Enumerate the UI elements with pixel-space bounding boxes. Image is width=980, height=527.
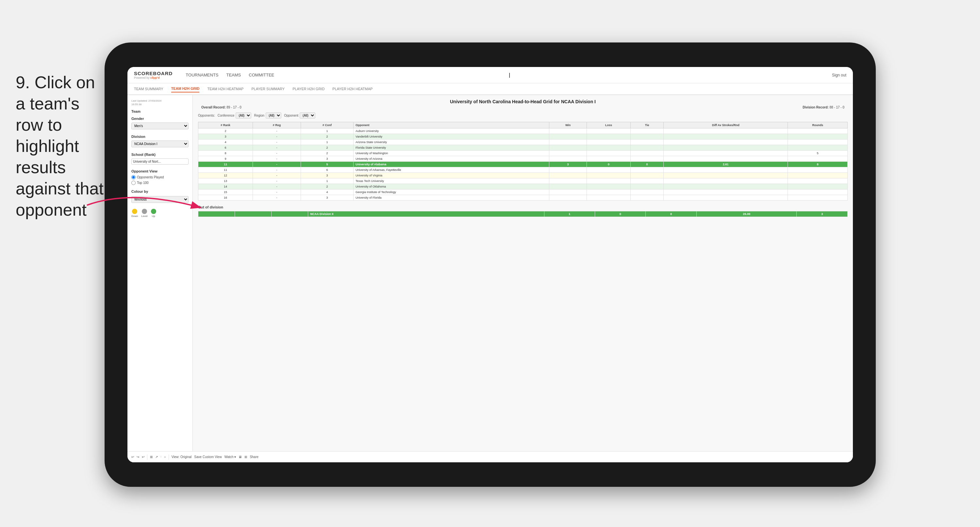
table-row[interactable]: 2-1Auburn University bbox=[198, 128, 848, 134]
logo-area: SCOREBOARD Powered by clipp'd bbox=[134, 70, 173, 80]
col-opponent: Opponent bbox=[353, 122, 549, 128]
out-col-rounds: 3 bbox=[797, 212, 848, 217]
table-row[interactable]: 12-3University of Virginia bbox=[198, 173, 848, 178]
tablet-frame: SCOREBOARD Powered by clipp'd TOURNAMENT… bbox=[105, 43, 876, 487]
gender-label: Gender bbox=[131, 117, 189, 121]
out-col-rank bbox=[198, 212, 235, 217]
table-row[interactable]: 16-3University of Florida bbox=[198, 195, 848, 201]
out-of-division-section: Out of division NCAA Division II 1 0 0 bbox=[198, 205, 848, 217]
filter-row: Opponents: Conference (All) Region (All) bbox=[198, 112, 848, 119]
logo-brand: clipp'd bbox=[150, 76, 160, 80]
legend-dot-level bbox=[142, 209, 147, 214]
legend: Down Level Up bbox=[131, 209, 189, 218]
table-row[interactable]: 15-4Georgia Institute of Technology bbox=[198, 189, 848, 195]
instruction-number: 9. bbox=[16, 73, 30, 92]
colour-by-select[interactable]: Win/loss bbox=[131, 196, 189, 203]
grid-records: Overall Record: 89 - 17 - 0 Division Rec… bbox=[198, 105, 848, 109]
legend-label-up: Up bbox=[152, 215, 155, 218]
main-content: Last Updated: 27/03/202416:55:38 Team Ge… bbox=[127, 95, 853, 462]
out-col-win: 1 bbox=[544, 212, 595, 217]
tab-team-h2h-grid[interactable]: TEAM H2H GRID bbox=[171, 85, 200, 92]
nav-divider: | bbox=[509, 72, 822, 78]
tab-player-h2h-heatmap[interactable]: PLAYER H2H HEATMAP bbox=[332, 86, 372, 92]
table-row[interactable]: 9-3University of Arizona bbox=[198, 156, 848, 162]
tab-player-summary[interactable]: PLAYER SUMMARY bbox=[251, 86, 285, 92]
toolbar-share[interactable]: Share bbox=[250, 455, 258, 459]
table-row[interactable]: 4-1Arizona State University bbox=[198, 140, 848, 145]
team-section-title: Team bbox=[131, 110, 189, 113]
tab-team-summary[interactable]: TEAM SUMMARY bbox=[134, 86, 163, 92]
toolbar-save-custom[interactable]: Save Custom View bbox=[194, 455, 221, 459]
out-col-opponent: NCAA Division II bbox=[308, 212, 544, 217]
table-row[interactable]: 11-5University of Alabama3002.618 bbox=[198, 162, 848, 167]
division-label: Division bbox=[131, 135, 189, 139]
nav-bar: SCOREBOARD Powered by clipp'd TOURNAMENT… bbox=[127, 67, 853, 83]
tab-player-h2h-grid[interactable]: PLAYER H2H GRID bbox=[293, 86, 325, 92]
sub-nav: TEAM SUMMARY TEAM H2H GRID TEAM H2H HEAT… bbox=[127, 83, 853, 95]
table-header-row: # Rank # Reg # Conf Opponent Win Loss Ti… bbox=[198, 122, 848, 128]
nav-tournaments[interactable]: TOURNAMENTS bbox=[186, 71, 218, 79]
opponent-view-title: Opponent View bbox=[131, 169, 189, 173]
radio-top-100[interactable]: Top 100 bbox=[131, 181, 189, 185]
out-division-row[interactable]: NCAA Division II 1 0 0 26.00 3 bbox=[198, 212, 848, 217]
legend-up: Up bbox=[151, 209, 156, 218]
region-select[interactable]: (All) bbox=[266, 112, 282, 119]
table-row[interactable]: 6-2Florida State University bbox=[198, 145, 848, 151]
bottom-toolbar: ↩ ↪ ↩ ⊞ ↗ · ○ View: Original Save Custom… bbox=[193, 451, 853, 462]
grid-title: University of North Carolina Head-to-Hea… bbox=[198, 99, 848, 104]
col-conf: # Conf bbox=[301, 122, 353, 128]
nav-items: TOURNAMENTS TEAMS COMMITTEE bbox=[186, 71, 499, 79]
school-rank-label: School (Rank) bbox=[131, 153, 189, 156]
division-record: Division Record: 88 - 17 - 0 bbox=[803, 105, 845, 109]
nav-teams[interactable]: TEAMS bbox=[226, 71, 241, 79]
opponent-view-radio-group: Opponents Played Top 100 bbox=[131, 175, 189, 185]
toolbar-layout[interactable]: ⊞ bbox=[244, 455, 247, 459]
school-rank-value: University of Nort... bbox=[131, 158, 189, 165]
right-panel: University of North Carolina Head-to-Hea… bbox=[193, 95, 853, 462]
tab-team-h2h-heatmap[interactable]: TEAM H2H HEATMAP bbox=[207, 86, 243, 92]
legend-label-level: Level bbox=[141, 215, 147, 218]
conference-select[interactable]: (All) bbox=[235, 112, 251, 119]
table-row[interactable]: 3-2Vanderbilt University bbox=[198, 134, 848, 140]
instruction-body: Click on a team's row to highlight resul… bbox=[16, 73, 103, 219]
conference-filter: Conference (All) bbox=[218, 112, 251, 119]
radio-opponents-played[interactable]: Opponents Played bbox=[131, 175, 189, 179]
last-updated: Last Updated: 27/03/202416:55:38 bbox=[131, 99, 189, 106]
out-col-tie: 0 bbox=[646, 212, 696, 217]
legend-down: Down bbox=[131, 209, 138, 218]
out-division-label: Out of division bbox=[198, 205, 848, 209]
overall-record: Overall Record: 89 - 17 - 0 bbox=[201, 105, 242, 109]
instruction-text: 9. Click on a team's row to highlight re… bbox=[16, 72, 107, 221]
gender-select[interactable]: Men's bbox=[131, 123, 189, 129]
opponent-select[interactable]: (All) bbox=[300, 112, 315, 119]
out-col-diff: 26.00 bbox=[696, 212, 797, 217]
logo-sub: Powered by clipp'd bbox=[134, 76, 173, 80]
legend-level: Level bbox=[141, 209, 147, 218]
tablet-screen: SCOREBOARD Powered by clipp'd TOURNAMENT… bbox=[127, 67, 853, 462]
sign-out-link[interactable]: Sign out bbox=[832, 73, 846, 77]
opponent-filter: Opponent (All) bbox=[284, 112, 315, 119]
toolbar-watch[interactable]: Watch ▾ bbox=[224, 455, 236, 459]
table-row[interactable]: 13-1Texas Tech University bbox=[198, 178, 848, 184]
out-col-reg bbox=[235, 212, 272, 217]
division-select[interactable]: NCAA Division I bbox=[131, 140, 189, 147]
table-row[interactable]: 8-2University of Washington5 bbox=[198, 151, 848, 156]
out-division-table: NCAA Division II 1 0 0 26.00 3 bbox=[198, 211, 848, 217]
col-rank: # Rank bbox=[198, 122, 253, 128]
left-panel: Last Updated: 27/03/202416:55:38 Team Ge… bbox=[127, 95, 193, 462]
nav-committee[interactable]: COMMITTEE bbox=[249, 71, 274, 79]
col-loss: Loss bbox=[587, 122, 631, 128]
colour-by-title: Colour by bbox=[131, 189, 189, 193]
col-diff: Diff Av Strokes/Rnd bbox=[664, 122, 788, 128]
col-reg: # Reg bbox=[253, 122, 301, 128]
region-filter: Region (All) bbox=[254, 112, 282, 119]
legend-label-down: Down bbox=[131, 215, 138, 218]
col-tie: Tie bbox=[630, 122, 663, 128]
legend-dot-down bbox=[132, 209, 137, 214]
filter-opponents-label: Opponents: bbox=[198, 114, 215, 117]
logo-text: SCOREBOARD bbox=[134, 70, 173, 76]
toolbar-monitor[interactable]: 🖥 bbox=[239, 455, 242, 459]
table-row[interactable]: 14-2University of Oklahoma bbox=[198, 184, 848, 189]
col-win: Win bbox=[549, 122, 587, 128]
table-row[interactable]: 11-6University of Arkansas, Fayetteville bbox=[198, 167, 848, 173]
